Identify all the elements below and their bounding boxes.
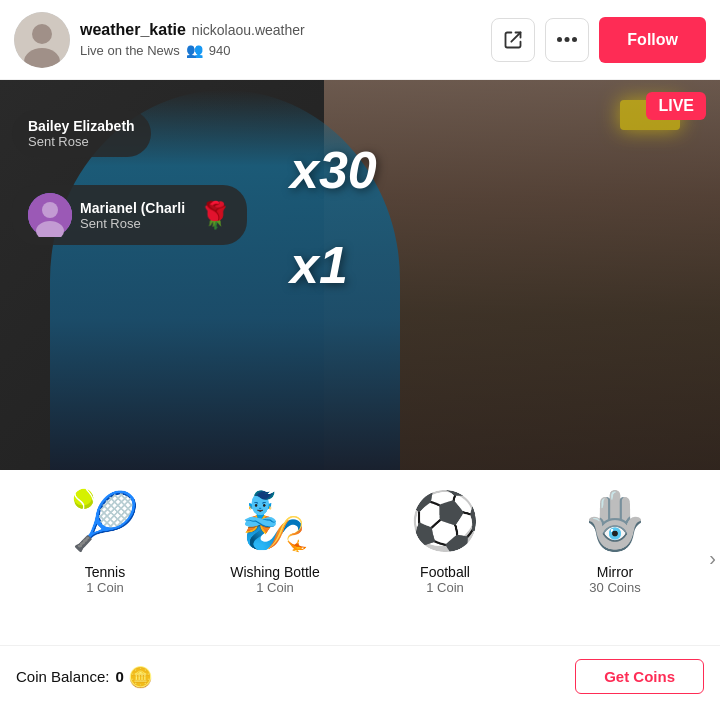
viewer-count: 940 xyxy=(209,43,231,58)
football-name: Football xyxy=(420,564,470,580)
notification-2: Marianel (Charli Sent Rose 🌹 xyxy=(12,185,247,245)
mirror-icon: 🪬 xyxy=(580,486,650,556)
wishing-bottle-name: Wishing Bottle xyxy=(230,564,319,580)
gift-tennis[interactable]: 🎾 Tennis 1 Coin xyxy=(40,486,170,595)
multiplier-30: x30 xyxy=(290,140,377,200)
football-icon: ⚽ xyxy=(410,486,480,556)
header-info: weather_katie nickolaou.weather Live on … xyxy=(80,21,491,58)
multiplier-1: x1 xyxy=(290,235,348,295)
coin-icon: 🪙 xyxy=(128,665,153,689)
notif-1-text: Bailey Elizabeth Sent Rose xyxy=(28,118,135,149)
more-button[interactable] xyxy=(545,18,589,62)
gift-wishing-bottle[interactable]: 🧞 Wishing Bottle 1 Coin xyxy=(210,486,340,595)
share-button[interactable] xyxy=(491,18,535,62)
coin-balance-value: 0 xyxy=(115,668,123,685)
header-actions: Follow xyxy=(491,17,706,63)
svg-point-4 xyxy=(557,37,562,42)
avatar xyxy=(14,12,70,68)
notif-1-action: Sent Rose xyxy=(28,134,135,149)
rose-emoji: 🌹 xyxy=(199,200,231,231)
svg-point-6 xyxy=(572,37,577,42)
get-coins-button[interactable]: Get Coins xyxy=(575,659,704,694)
wishing-bottle-cost: 1 Coin xyxy=(256,580,294,595)
wishing-bottle-icon: 🧞 xyxy=(240,486,310,556)
gifts-row: 🎾 Tennis 1 Coin 🧞 Wishing Bottle 1 Coin … xyxy=(0,486,720,635)
notif-2-name: Marianel (Charli xyxy=(80,200,185,216)
coin-balance-label: Coin Balance: xyxy=(16,668,109,685)
svg-point-1 xyxy=(32,24,52,44)
display-name: nickolaou.weather xyxy=(192,22,305,38)
football-cost: 1 Coin xyxy=(426,580,464,595)
tennis-name: Tennis xyxy=(85,564,125,580)
notif-2-text: Marianel (Charli Sent Rose xyxy=(80,200,185,231)
mirror-name: Mirror xyxy=(597,564,634,580)
tennis-cost: 1 Coin xyxy=(86,580,124,595)
gift-football[interactable]: ⚽ Football 1 Coin xyxy=(380,486,510,595)
tennis-icon: 🎾 xyxy=(70,486,140,556)
notif-2-action: Sent Rose xyxy=(80,216,185,231)
notif-2-avatar xyxy=(28,193,72,237)
svg-point-8 xyxy=(42,202,58,218)
gift-mirror[interactable]: 🪬 Mirror 30 Coins xyxy=(550,486,680,595)
header: weather_katie nickolaou.weather Live on … xyxy=(0,0,720,80)
gifts-section: 🎾 Tennis 1 Coin 🧞 Wishing Bottle 1 Coin … xyxy=(0,470,720,645)
footer: Coin Balance: 0 🪙 Get Coins xyxy=(0,645,720,707)
notif-1-name: Bailey Elizabeth xyxy=(28,118,135,134)
people-icon: 👥 xyxy=(186,42,203,58)
follow-button[interactable]: Follow xyxy=(599,17,706,63)
notification-1: Bailey Elizabeth Sent Rose xyxy=(12,110,151,157)
username: weather_katie xyxy=(80,21,186,39)
svg-point-5 xyxy=(565,37,570,42)
chevron-right-icon[interactable]: › xyxy=(709,547,716,570)
svg-line-3 xyxy=(512,32,521,41)
mirror-cost: 30 Coins xyxy=(589,580,640,595)
live-status: Live on the News xyxy=(80,43,180,58)
video-container: Bailey Elizabeth Sent Rose Marianel (Cha… xyxy=(0,80,720,470)
live-badge: LIVE xyxy=(646,92,706,120)
